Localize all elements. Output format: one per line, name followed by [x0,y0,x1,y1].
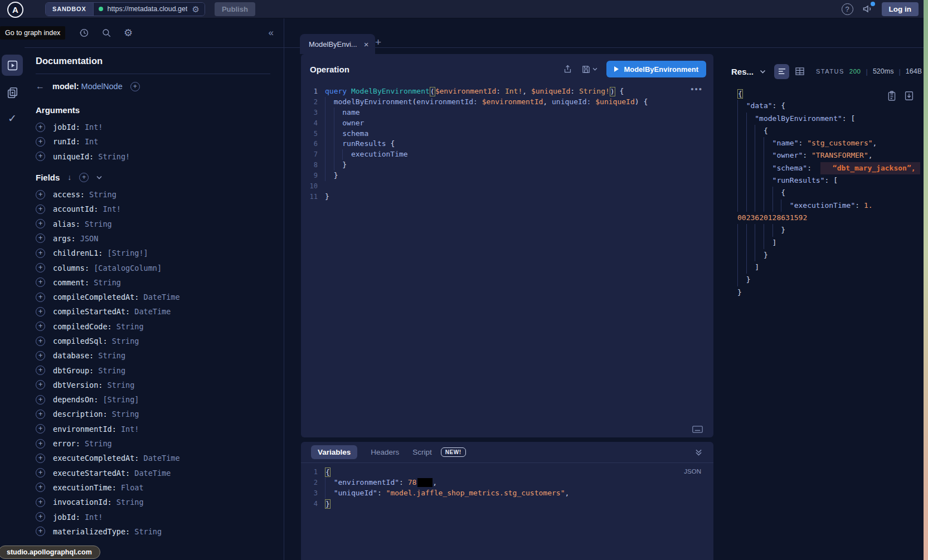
login-button[interactable]: Log in [882,2,919,16]
add-field-icon[interactable] [36,454,45,463]
variables-editor[interactable]: 1{2"environmentId": 78,3"uniqueId": "mod… [301,467,713,509]
add-field-icon[interactable] [36,152,45,161]
add-field-icon[interactable] [36,137,45,147]
field-row[interactable]: error: String [36,436,270,451]
add-field-icon[interactable] [36,307,45,316]
editor-menu-icon[interactable]: ••• [691,86,703,92]
field-row[interactable]: description: String [36,407,270,421]
keyboard-shortcuts-icon[interactable] [692,426,703,433]
add-field-icon[interactable] [36,498,45,507]
add-field-icon[interactable] [36,249,45,258]
field-row[interactable]: dependsOn: [String] [36,392,270,407]
field-row[interactable]: executionTime: Float [36,480,270,495]
argument-row[interactable]: jobId: Int! [36,120,270,134]
history-icon[interactable] [79,28,89,38]
search-icon[interactable] [101,28,111,38]
operation-editor[interactable]: 1query ModelByEnvironment($environmentId… [301,82,713,202]
table-view-toggle[interactable] [795,67,804,75]
rail-item-schema[interactable] [6,86,18,99]
rail-item-checks[interactable]: ✓ [8,112,17,125]
field-row[interactable]: jobId: Int! [36,509,270,524]
share-operation-icon[interactable] [563,64,572,74]
add-field-icon[interactable] [36,190,45,199]
field-row[interactable]: access: String [36,187,270,202]
add-field-icon[interactable] [36,395,45,405]
help-icon[interactable]: ? [842,3,853,15]
argument-row[interactable]: uniqueId: String! [36,149,270,164]
field-text: uniqueId: String! [53,152,130,161]
field-row[interactable]: accountId: Int! [36,202,270,216]
add-field-icon[interactable] [36,468,45,478]
endpoint-url-field[interactable]: https://metadata.cloud.get ⚙ [94,3,205,16]
back-arrow-icon[interactable]: ← [36,81,45,91]
field-row[interactable]: columns: [CatalogColumn] [36,260,270,275]
model-type-link[interactable]: ModelNode [81,82,123,91]
add-fields-icon[interactable] [79,173,89,182]
collapse-panel-icon[interactable]: « [269,27,274,38]
response-viewer[interactable]: {"data": {"modelByEnvironment": [{"name"… [737,87,924,299]
variables-tab-script[interactable]: Script [412,448,432,456]
field-row[interactable]: compiledSql: String [36,334,270,348]
field-row[interactable]: executeCompletedAt: DateTime [36,451,270,465]
field-row[interactable]: executeStartedAt: DateTime [36,466,270,480]
field-row[interactable]: compileStartedAt: DateTime [36,304,270,319]
line-number: 4 [301,499,318,509]
tab-close-icon[interactable]: × [364,40,369,49]
add-field-icon[interactable] [36,263,45,272]
add-field-icon[interactable] [36,322,45,331]
field-row[interactable]: args: JSON [36,231,270,246]
add-field-icon[interactable] [36,366,45,375]
field-row[interactable]: database: String [36,348,270,363]
code-line: 10 [301,181,713,192]
add-field-icon[interactable] [36,424,45,434]
add-field-icon[interactable] [36,123,45,132]
settings-gear-icon[interactable]: ⚙ [124,28,133,38]
response-chevron-icon[interactable] [760,70,766,74]
field-row[interactable]: environmentId: Int! [36,422,270,436]
variables-tab-headers[interactable]: Headers [371,448,399,456]
new-tab-icon[interactable]: + [375,36,381,48]
collapse-variables-icon[interactable] [695,449,702,456]
field-row[interactable]: comment: String [36,275,270,290]
add-field-icon[interactable] [36,277,45,287]
field-row[interactable]: compiledCode: String [36,319,270,334]
variables-tab-variables[interactable]: Variables [311,445,357,459]
add-field-icon[interactable] [36,293,45,302]
add-all-fields-icon[interactable] [130,82,140,91]
add-field-icon[interactable] [36,380,45,389]
run-operation-button[interactable]: ModelByEnvironment [606,61,706,77]
endpoint-url-text[interactable]: https://metadata.cloud.get [108,5,188,13]
add-field-icon[interactable] [36,219,45,228]
field-row[interactable]: childrenL1: [String!] [36,246,270,260]
add-field-icon[interactable] [36,410,45,419]
add-field-icon[interactable] [36,351,45,361]
field-row[interactable]: materializedType: String [36,524,270,539]
argument-row[interactable]: runId: Int [36,134,270,149]
tab-modelbyenvironment[interactable]: ModelByEnvi... × [300,34,375,54]
add-field-icon[interactable] [36,337,45,346]
field-row[interactable]: alias: String [36,216,270,231]
add-field-icon[interactable] [36,439,45,449]
rail-item-explorer[interactable] [2,55,23,76]
add-field-icon[interactable] [36,527,45,536]
raw-view-toggle[interactable] [774,64,789,79]
field-row[interactable]: dbtGroup: String [36,363,270,377]
copy-response-icon[interactable] [887,91,896,101]
sort-fields-icon[interactable]: ↓ [67,173,71,182]
chevron-down-icon[interactable] [96,176,102,179]
field-row[interactable]: dbtVersion: String [36,378,270,392]
add-field-icon[interactable] [36,483,45,492]
announcements-icon[interactable] [862,3,873,14]
line-number: 11 [301,192,318,202]
save-operation-control[interactable] [581,65,597,74]
add-field-icon[interactable] [36,204,45,214]
sandbox-badge: SANDBOX [46,3,94,16]
endpoint-settings-icon[interactable]: ⚙ [192,5,199,13]
add-field-icon[interactable] [36,233,45,243]
publish-button[interactable]: Publish [215,2,255,16]
field-row[interactable]: compileCompletedAt: DateTime [36,290,270,304]
add-field-icon[interactable] [36,512,45,522]
apollo-logo-icon[interactable]: A [7,2,23,18]
field-row[interactable]: invocationId: String [36,495,270,509]
download-response-icon[interactable] [905,91,914,101]
